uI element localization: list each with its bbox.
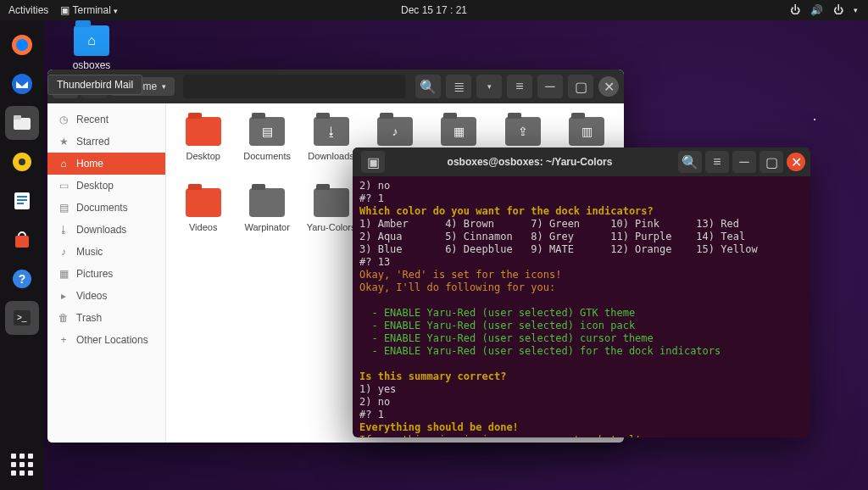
svg-point-6 — [19, 159, 25, 165]
terminal-headerbar: ▣ osboxes@osboxes: ~/Yaru-Colors 🔍 ≡ ─ ▢… — [353, 148, 810, 176]
folder-icon: ▤ — [249, 117, 285, 146]
star-icon: ★ — [58, 136, 70, 148]
power-icon[interactable]: ⏻ — [833, 4, 843, 16]
view-options-button[interactable]: ▾ — [476, 75, 502, 98]
folder-icon: ▥ — [569, 117, 604, 146]
sidebar-recent[interactable]: ◷Recent — [47, 109, 165, 131]
files-sidebar: ◷Recent ★Starred ⌂Home ▭Desktop ▤Documen… — [47, 103, 166, 443]
trash-icon: 🗑 — [58, 312, 70, 324]
files-icon — [11, 112, 33, 134]
dock-files[interactable] — [5, 106, 39, 140]
term-search-button[interactable]: 🔍 — [678, 151, 702, 173]
folder-icon: ♪ — [377, 117, 413, 146]
svg-text:>_: >_ — [17, 313, 27, 322]
help-icon: ? — [11, 268, 33, 290]
writer-icon — [11, 190, 33, 212]
folder-icon: ▦ — [441, 117, 476, 146]
dock-help[interactable]: ? — [5, 262, 39, 296]
sidebar-documents[interactable]: ▤Documents — [47, 197, 165, 219]
shopping-bag-icon — [11, 229, 33, 251]
sidebar-starred[interactable]: ★Starred — [47, 131, 165, 153]
desktop-folder-osboxes[interactable]: ⌂ osboxes — [66, 25, 117, 71]
sidebar-pictures[interactable]: ▦Pictures — [47, 263, 165, 285]
folder-videos[interactable]: Videos — [173, 188, 233, 256]
top-bar: Activities ▣ Terminal ▾ Dec 15 17 : 21 ⏻… — [0, 0, 868, 20]
terminal-icon: ▣ — [60, 4, 70, 16]
term-maximize-button[interactable]: ▢ — [760, 151, 783, 173]
show-applications[interactable] — [7, 449, 37, 480]
close-button[interactable]: ✕ — [598, 76, 619, 97]
sidebar-downloads[interactable]: ⭳Downloads — [47, 219, 165, 241]
terminal-title: osboxes@osboxes: ~/Yaru-Colors — [385, 156, 675, 168]
terminal-window: ▣ osboxes@osboxes: ~/Yaru-Colors 🔍 ≡ ─ ▢… — [353, 148, 810, 437]
sidebar-videos[interactable]: ▸Videos — [47, 285, 165, 307]
terminal-dock-icon: >_ — [11, 307, 33, 329]
svg-rect-9 — [17, 199, 27, 201]
folder-warpinator[interactable]: Warpinator — [236, 188, 297, 256]
clock[interactable]: Dec 15 17 : 21 — [401, 4, 467, 16]
view-list-button[interactable]: ≣ — [446, 75, 471, 98]
sidebar-other-locations[interactable]: +Other Locations — [47, 329, 165, 351]
dock-software[interactable] — [5, 223, 39, 257]
dock-firefox[interactable] — [5, 28, 39, 62]
network-icon[interactable]: ⏻ — [790, 4, 800, 16]
clock-icon: ◷ — [58, 114, 70, 125]
sidebar-trash[interactable]: 🗑Trash — [47, 307, 165, 329]
term-minimize-button[interactable]: ─ — [732, 151, 756, 173]
dock-libreoffice[interactable] — [5, 184, 39, 218]
folder-icon — [186, 117, 221, 146]
folder-icon: ⇪ — [505, 117, 541, 146]
sidebar-desktop[interactable]: ▭Desktop — [47, 175, 165, 197]
sidebar-music[interactable]: ♪Music — [47, 241, 165, 263]
system-menu-caret[interactable]: ▾ — [854, 6, 858, 14]
terminal-output[interactable]: 2) no #? 1 Which color do you want for t… — [353, 176, 810, 437]
home-icon: ⌂ — [58, 158, 70, 170]
svg-rect-10 — [17, 203, 24, 204]
path-bar[interactable] — [183, 75, 405, 98]
svg-rect-11 — [15, 236, 29, 248]
search-icon: 🔍 — [682, 154, 698, 170]
search-button[interactable]: 🔍 — [415, 75, 441, 98]
dock-rhythmbox[interactable] — [5, 145, 39, 179]
volume-icon[interactable]: 🔊 — [810, 4, 823, 16]
thunderbird-icon — [10, 72, 34, 96]
dock-terminal[interactable]: >_ — [5, 301, 39, 335]
firefox-icon — [10, 33, 34, 57]
sidebar-home[interactable]: ⌂Home — [47, 153, 165, 175]
dock-thunderbird[interactable] — [5, 67, 39, 101]
folder-desktop[interactable]: Desktop — [173, 117, 233, 185]
minimize-button[interactable]: ─ — [537, 75, 563, 98]
documents-icon: ▤ — [58, 202, 70, 214]
folder-icon — [249, 188, 285, 217]
svg-rect-3 — [14, 118, 31, 130]
app-menu[interactable]: ▣ Terminal ▾ — [60, 4, 118, 16]
svg-point-1 — [16, 39, 28, 51]
music-icon: ♪ — [58, 246, 70, 258]
folder-documents[interactable]: ▤Documents — [236, 117, 297, 185]
desktop-icon: ▭ — [58, 180, 70, 192]
hamburger-button[interactable]: ≡ — [507, 75, 532, 98]
home-folder-icon: ⌂ — [74, 25, 109, 56]
term-close-button[interactable]: ✕ — [787, 153, 805, 171]
new-tab-button[interactable]: ▣ — [361, 151, 385, 173]
music-player-icon — [11, 151, 33, 173]
pictures-icon: ▦ — [58, 268, 70, 280]
term-menu-button[interactable]: ≡ — [705, 151, 729, 173]
svg-text:?: ? — [19, 272, 26, 286]
activities-button[interactable]: Activities — [8, 4, 48, 16]
dock-tooltip: Thunderbird Mail — [47, 75, 142, 95]
videos-icon: ▸ — [58, 290, 70, 302]
maximize-button[interactable]: ▢ — [568, 75, 593, 98]
folder-icon — [314, 188, 349, 217]
dock: ? >_ — [0, 20, 44, 490]
downloads-icon: ⭳ — [58, 224, 70, 236]
folder-icon: ⭳ — [314, 117, 349, 146]
svg-rect-4 — [14, 115, 21, 120]
svg-rect-8 — [17, 196, 27, 198]
plus-icon: + — [58, 334, 70, 346]
search-icon: 🔍 — [420, 79, 437, 95]
svg-point-2 — [12, 74, 32, 94]
folder-icon — [186, 188, 221, 217]
